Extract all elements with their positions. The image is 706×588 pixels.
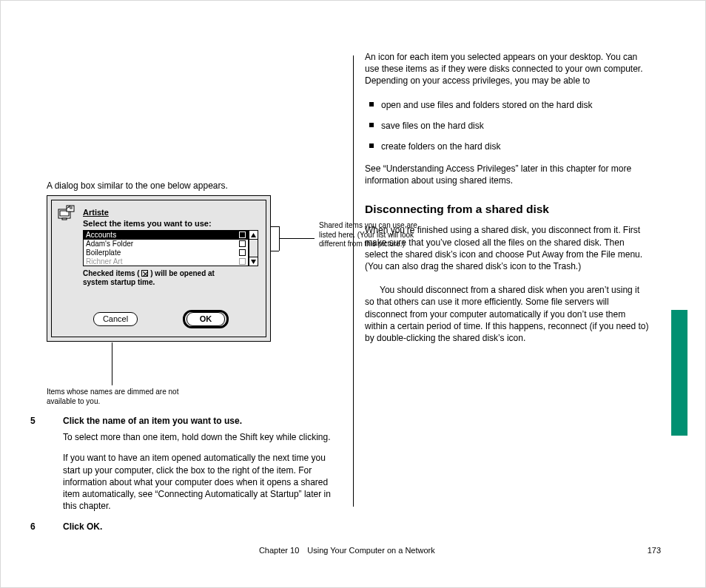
- footer-page-number: 173: [648, 545, 661, 556]
- step-6: 6Click OK.: [47, 521, 343, 533]
- ok-button[interactable]: OK: [186, 312, 225, 326]
- scroll-down-icon[interactable]: [249, 257, 258, 266]
- list-item: open and use files and folders stored on…: [365, 99, 650, 111]
- server-name: Artiste: [83, 207, 109, 218]
- step-5-body: To select more than one item, hold down …: [47, 431, 343, 443]
- scrollbar[interactable]: [249, 230, 258, 266]
- step-5-body-2: If you want to have an item opened autom…: [47, 452, 343, 512]
- step-5: 5Click the name of an item you want to u…: [47, 415, 343, 427]
- page-footer: Chapter 10 Using Your Computer on a Netw…: [47, 545, 661, 556]
- left-intro: A dialog box similar to the one below ap…: [47, 180, 343, 192]
- dialog-instruction: Select the items you want to use:: [83, 218, 212, 229]
- list-item: create folders on the hard disk: [365, 141, 650, 152]
- list-item-checkbox[interactable]: [239, 240, 246, 247]
- list-item[interactable]: Adam's Folder: [84, 240, 248, 249]
- list-item: Richner Art: [84, 257, 248, 266]
- privileges-list: open and use files and folders stored on…: [365, 99, 650, 153]
- footer-center: Chapter 10 Using Your Computer on a Netw…: [259, 545, 435, 556]
- right-p3: When you’re finished using a shared disk…: [365, 224, 650, 272]
- callout-connector: [112, 342, 112, 385]
- callout-dimmed: Items whose names are dimmed are not ava…: [47, 388, 187, 406]
- list-item-label: Accounts: [86, 231, 116, 239]
- right-column: An icon for each item you selected appea…: [365, 51, 650, 356]
- svg-marker-7: [251, 260, 256, 264]
- svg-rect-5: [62, 218, 67, 220]
- list-item-label: Boilerplate: [86, 249, 121, 257]
- left-column: A dialog box similar to the one below ap…: [47, 51, 343, 203]
- list-item-checkbox: [239, 258, 246, 265]
- checked-box-icon: [141, 270, 148, 277]
- list-item[interactable]: Boilerplate: [84, 249, 248, 257]
- right-p2: See “Understanding Access Privileges” la…: [365, 163, 650, 186]
- list-item: save files on the hard disk: [365, 120, 650, 132]
- callout-connector: [279, 238, 315, 239]
- cancel-button[interactable]: Cancel: [93, 312, 138, 326]
- list-item-checkbox[interactable]: [239, 249, 246, 256]
- list-item-checkbox[interactable]: [239, 232, 246, 238]
- section-tab: [671, 310, 687, 436]
- heading-disconnecting: Disconnecting from a shared disk: [365, 202, 650, 217]
- right-p4: You should disconnect from a shared disk…: [365, 284, 650, 344]
- dialog-hint: Checked items ( ) will be opened at syst…: [83, 269, 238, 287]
- list-item-label: Adam's Folder: [86, 240, 133, 248]
- dialog-illustration: Artiste Select the items you want to use…: [47, 195, 271, 342]
- callout-connector: [271, 251, 279, 251]
- right-p1: An icon for each item you selected appea…: [365, 51, 650, 87]
- svg-marker-6: [251, 233, 256, 237]
- page: A dialog box similar to the one below ap…: [0, 0, 706, 588]
- dialog-inner: Artiste Select the items you want to use…: [51, 200, 266, 337]
- shared-items-list[interactable]: Accounts Adam's Folder Boilerplate Richn…: [83, 230, 249, 266]
- fileserver-icon: [58, 205, 77, 221]
- left-steps: 5Click the name of an item you want to u…: [47, 415, 343, 538]
- list-item[interactable]: Accounts: [84, 231, 248, 240]
- column-divider: [353, 55, 354, 507]
- scroll-up-icon[interactable]: [249, 231, 258, 240]
- list-item-label: Richner Art: [86, 257, 122, 266]
- callout-connector: [271, 226, 279, 227]
